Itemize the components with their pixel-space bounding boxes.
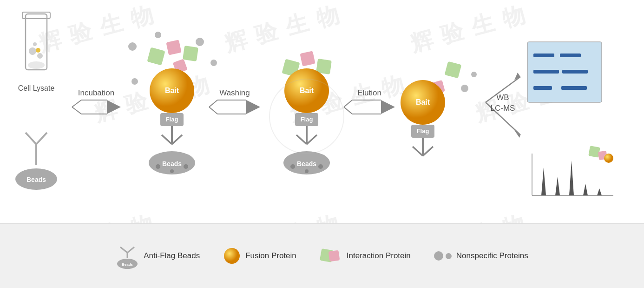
svg-marker-82 (583, 184, 588, 195)
anti-flag-beads-label: Anti-Flag Beads (144, 251, 200, 261)
svg-rect-72 (560, 54, 581, 57)
cell-lysate-label: Cell Lysate (18, 84, 55, 92)
svg-point-92 (224, 248, 240, 264)
svg-line-8 (26, 133, 36, 144)
svg-rect-1 (22, 12, 50, 19)
beads-label-2: Beads (297, 160, 316, 167)
washing-label: Washing (219, 88, 250, 97)
svg-point-20 (131, 78, 138, 85)
fusion-protein-icon (223, 247, 241, 265)
svg-line-9 (36, 133, 47, 144)
svg-rect-40 (300, 51, 315, 66)
svg-rect-22 (166, 40, 181, 55)
flag-label-1: Flag (166, 116, 178, 123)
svg-rect-21 (147, 47, 165, 65)
svg-point-32 (184, 164, 188, 169)
svg-text:Beads: Beads (122, 262, 133, 267)
svg-point-19 (210, 60, 217, 66)
flag-label-2: Flag (301, 116, 313, 123)
svg-point-18 (196, 38, 204, 46)
svg-point-86 (604, 154, 613, 163)
legend-item-anti-flag-beads: Beads Anti-Flag Beads (116, 243, 200, 269)
bait-label-2: Bait (300, 87, 314, 94)
svg-line-89 (127, 247, 134, 253)
nonspecific-dots (434, 251, 452, 261)
svg-line-34 (209, 100, 217, 107)
svg-marker-56 (381, 100, 395, 114)
svg-rect-23 (183, 46, 198, 61)
interaction-protein-icon (320, 247, 342, 265)
nonspecific-proteins-label: Nonspecific Proteins (456, 251, 528, 261)
lcms-label: LC-MS (491, 104, 515, 113)
svg-point-3 (29, 47, 36, 55)
svg-rect-71 (533, 54, 554, 57)
svg-point-16 (128, 42, 137, 51)
svg-rect-73 (533, 70, 559, 74)
svg-marker-80 (555, 177, 560, 195)
svg-point-17 (155, 32, 161, 38)
fusion-protein-label: Fusion Protein (245, 251, 296, 261)
svg-point-6 (36, 48, 40, 53)
bait-label-1: Bait (165, 87, 179, 94)
svg-point-50 (305, 169, 309, 173)
main-diagram: Cell Lysate Beads Incubation Bait Flag B… (0, 0, 644, 223)
svg-marker-83 (597, 188, 602, 195)
svg-point-60 (471, 72, 477, 77)
svg-marker-15 (107, 100, 121, 114)
svg-rect-75 (533, 86, 552, 90)
svg-rect-74 (562, 70, 588, 74)
svg-line-46 (307, 135, 317, 144)
svg-point-48 (290, 164, 295, 169)
anti-flag-beads-icon: Beads (116, 243, 139, 269)
flag-label-3: Flag (417, 127, 429, 134)
svg-rect-76 (561, 86, 587, 90)
svg-point-31 (156, 164, 160, 169)
svg-rect-94 (328, 250, 340, 262)
svg-point-2 (28, 61, 45, 69)
svg-line-52 (344, 100, 352, 107)
svg-line-11 (72, 100, 81, 107)
interaction-protein-label: Interaction Protein (347, 251, 411, 261)
svg-line-65 (423, 147, 433, 156)
svg-line-64 (413, 147, 423, 156)
svg-rect-84 (588, 146, 600, 157)
legend-item-fusion-protein: Fusion Protein (223, 247, 296, 265)
svg-marker-38 (246, 100, 260, 114)
incubation-label: Incubation (78, 88, 114, 97)
nonspecific-dot-large (434, 251, 443, 261)
svg-line-88 (120, 247, 127, 253)
svg-line-45 (296, 135, 307, 144)
legend-item-interaction-protein: Interaction Protein (320, 247, 411, 265)
svg-rect-57 (445, 61, 462, 79)
svg-marker-81 (569, 161, 574, 195)
wb-label: WB (496, 93, 509, 102)
beads-label-left: Beads (26, 176, 46, 183)
svg-line-35 (209, 107, 217, 114)
svg-point-59 (461, 85, 468, 92)
svg-point-5 (33, 42, 37, 46)
nonspecific-dot-small (446, 253, 452, 259)
bait-label-3: Bait (416, 98, 430, 106)
svg-point-33 (170, 169, 174, 173)
legend-bar: Beads Anti-Flag Beads Fusion Protein Int… (0, 223, 644, 288)
beads-label-1: Beads (162, 160, 182, 167)
svg-line-53 (344, 107, 352, 114)
legend-item-nonspecific-proteins: Nonspecific Proteins (434, 251, 528, 261)
svg-point-49 (318, 164, 323, 169)
svg-point-4 (37, 53, 43, 59)
elution-label: Elution (357, 88, 381, 97)
svg-line-12 (72, 107, 81, 114)
svg-line-29 (172, 135, 182, 144)
svg-marker-79 (541, 167, 546, 195)
svg-line-28 (162, 135, 172, 144)
